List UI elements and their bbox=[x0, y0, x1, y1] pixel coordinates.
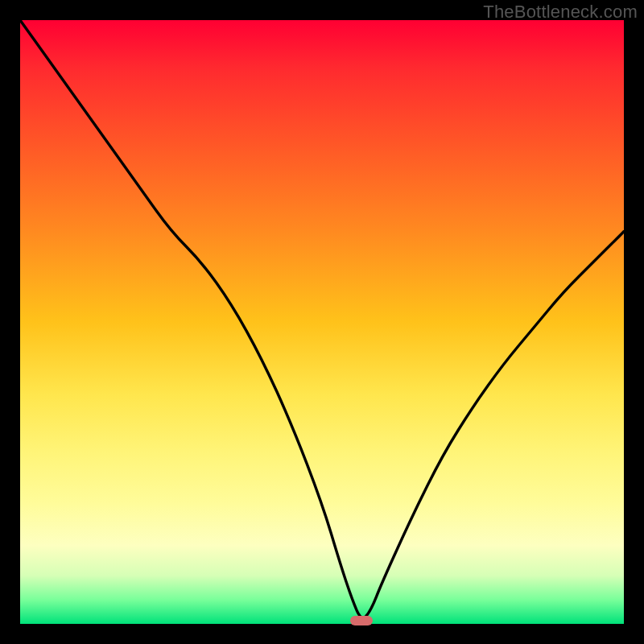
watermark-text: TheBottleneck.com bbox=[483, 2, 638, 23]
curve-path bbox=[20, 20, 624, 617]
optimal-marker bbox=[350, 616, 373, 625]
plot-area bbox=[20, 20, 624, 624]
chart-frame: TheBottleneck.com bbox=[0, 0, 644, 644]
bottleneck-curve bbox=[20, 20, 624, 624]
